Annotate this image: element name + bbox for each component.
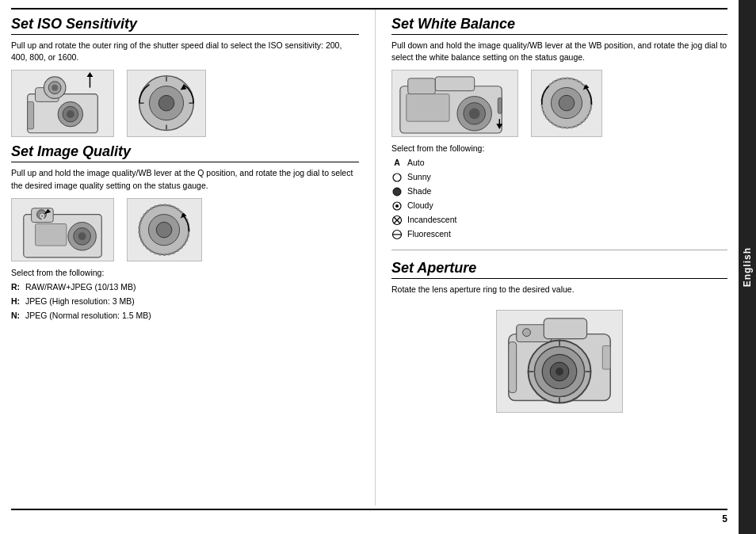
page-number: 5 — [722, 513, 727, 524]
wb-body: Pull down and hold the image quality/WB … — [391, 40, 727, 63]
wb-images — [391, 70, 727, 137]
wb-icon-incandescent — [391, 215, 403, 226]
wb-icon-cloudy — [391, 200, 403, 212]
aperture-title: Set Aperture — [391, 260, 727, 279]
iso-diagram-right — [128, 71, 205, 136]
right-column: Set White Balance Pull down and hold the… — [376, 10, 727, 505]
svg-rect-35 — [408, 78, 436, 94]
iso-body: Pull up and rotate the outer ring of the… — [11, 40, 359, 63]
wb-option-sunny: Sunny — [391, 170, 727, 185]
wb-val-sunny: Sunny — [407, 170, 431, 185]
iq-key-r: R: — [11, 280, 21, 295]
iq-diagram-right — [128, 199, 201, 261]
wb-diagram-right — [532, 71, 601, 136]
aperture-separator — [391, 250, 727, 254]
svg-point-52 — [395, 204, 399, 208]
wb-title: Set White Balance — [391, 16, 727, 35]
wb-val-cloudy: Cloudy — [407, 199, 433, 213]
iq-option-h: H: JPEG (High resolution: 3 MB) — [11, 295, 359, 309]
svg-point-50 — [393, 188, 401, 196]
svg-point-23 — [78, 232, 86, 240]
svg-point-47 — [559, 96, 575, 112]
wb-icon-sunny — [391, 172, 403, 183]
wb-val-auto: Auto — [407, 156, 425, 170]
svg-point-10 — [67, 110, 74, 118]
wb-options: A Auto Sunny Shade — [391, 156, 727, 241]
wb-val-fluorescent: Fluorescent — [407, 227, 451, 242]
iq-option-r: R: RAW/RAW+JPEG (10/13 MB) — [11, 280, 359, 295]
iq-diagram-left: Q — [12, 199, 113, 261]
wb-image-right — [531, 70, 602, 137]
left-column: Set ISO Sensitivity Pull up and rotate t… — [11, 10, 376, 505]
svg-point-61 — [523, 328, 531, 336]
iq-val-h: JPEG (High resolution: 3 MB) — [25, 295, 135, 309]
wb-option-auto: A Auto — [391, 156, 727, 170]
wb-icon-shade — [391, 186, 403, 197]
iq-val-n: JPEG (Normal resolution: 1.5 MB) — [25, 309, 151, 323]
aperture-body: Rotate the lens aperture ring to the des… — [391, 284, 727, 296]
svg-rect-37 — [435, 77, 474, 91]
wb-diagram-left — [392, 71, 517, 137]
svg-rect-71 — [509, 341, 517, 392]
iso-diagram-left — [12, 71, 113, 137]
two-columns: Set ISO Sensitivity Pull up and rotate t… — [11, 10, 727, 505]
iso-image-right — [127, 70, 206, 137]
wb-image-left — [391, 70, 518, 137]
iq-key-h: H: — [11, 295, 21, 309]
wb-option-incandescent: Incandescent — [391, 213, 727, 227]
bottom-bar: 5 — [11, 509, 727, 526]
aperture-image-container — [391, 302, 727, 421]
svg-rect-36 — [407, 94, 449, 122]
side-tab: English — [739, 0, 756, 534]
iq-title: Set Image Quality — [11, 143, 359, 162]
svg-point-13 — [158, 96, 174, 112]
svg-point-49 — [393, 174, 401, 181]
wb-option-cloudy: Cloudy — [391, 199, 727, 213]
svg-point-4 — [52, 85, 58, 91]
iq-image-left: Q — [11, 198, 114, 261]
aperture-image — [496, 310, 623, 413]
wb-icon-auto: A — [391, 158, 403, 169]
iso-title: Set ISO Sensitivity — [11, 16, 359, 35]
iso-image-left — [11, 70, 114, 137]
svg-rect-41 — [498, 98, 502, 114]
wb-select-label: Select from the following: — [391, 143, 727, 153]
wb-val-incandescent: Incandescent — [407, 213, 456, 227]
aperture-diagram — [497, 311, 622, 412]
svg-rect-60 — [544, 318, 586, 339]
svg-point-31 — [156, 222, 172, 238]
wb-val-shade: Shade — [407, 185, 431, 199]
wb-icon-fluorescent — [391, 229, 403, 240]
svg-rect-72 — [602, 345, 610, 369]
iso-images — [11, 70, 359, 137]
iq-val-r: RAW/RAW+JPEG (10/13 MB) — [25, 280, 136, 295]
page-content: Set ISO Sensitivity Pull up and rotate t… — [0, 0, 739, 534]
svg-rect-24 — [36, 223, 67, 246]
iq-images: Q — [11, 198, 359, 261]
iq-options: R: RAW/RAW+JPEG (10/13 MB) H: JPEG (High… — [11, 280, 359, 323]
svg-point-66 — [556, 368, 563, 376]
svg-text:Q: Q — [40, 212, 44, 219]
svg-marker-6 — [87, 72, 94, 77]
language-label: English — [742, 247, 753, 287]
iq-body: Pull up and hold the image quality/WB le… — [11, 167, 359, 191]
iq-option-n: N: JPEG (Normal resolution: 1.5 MB) — [11, 309, 359, 323]
iq-key-n: N: — [11, 309, 21, 323]
wb-option-fluorescent: Fluorescent — [391, 227, 727, 242]
iq-image-right — [127, 198, 202, 261]
wb-option-shade: Shade — [391, 185, 727, 199]
svg-point-40 — [469, 108, 480, 119]
svg-rect-7 — [28, 101, 34, 128]
iq-select-label: Select from the following: — [11, 268, 359, 277]
